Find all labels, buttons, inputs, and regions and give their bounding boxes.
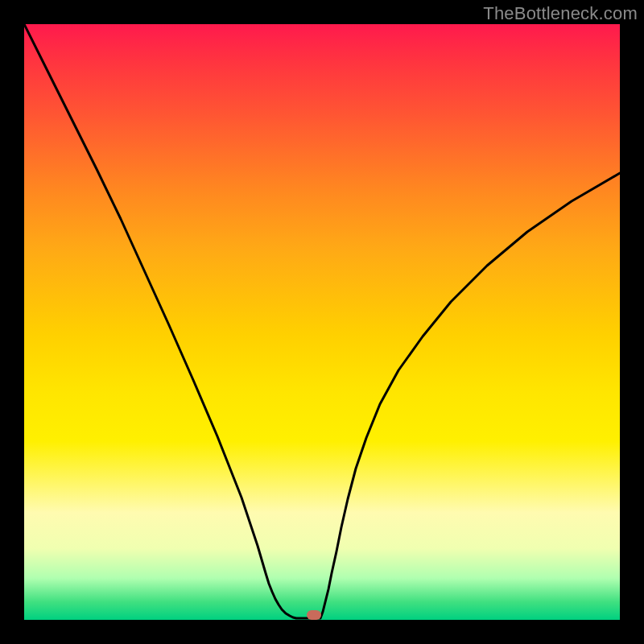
chart-frame: TheBottleneck.com	[0, 0, 644, 644]
watermark-text: TheBottleneck.com	[483, 3, 638, 24]
minimum-marker	[307, 610, 321, 620]
curve-path	[24, 24, 620, 618]
bottleneck-curve	[24, 24, 620, 620]
